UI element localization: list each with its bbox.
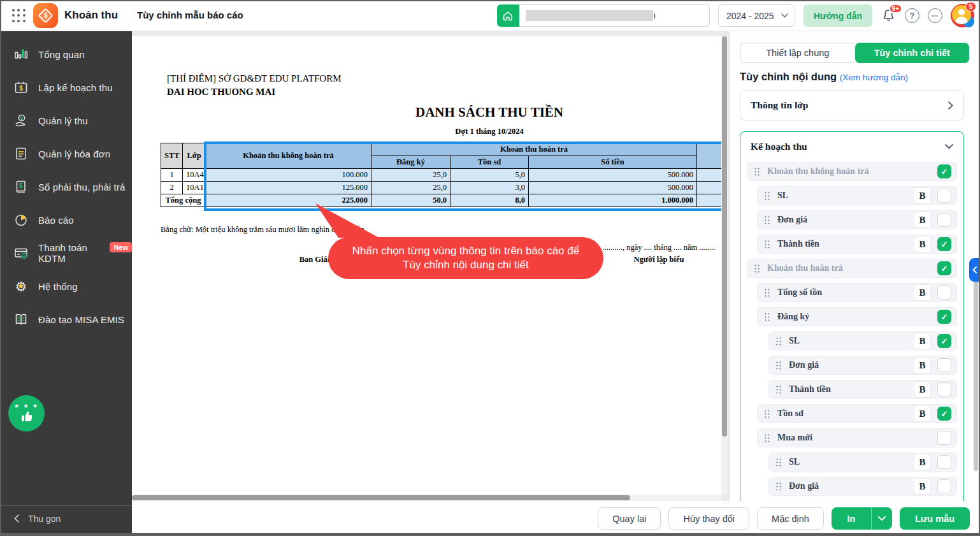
guide-button[interactable]: Hướng dẫn <box>803 4 872 27</box>
bold-toggle-button[interactable]: B <box>914 454 931 470</box>
section-ke-hoach-thu-header[interactable]: Kế hoạch thu <box>740 132 963 161</box>
sidebar-collapse-button[interactable]: Thu gọn <box>0 505 132 531</box>
print-split-button: In <box>832 507 892 530</box>
user-avatar[interactable]: 5 <box>951 4 974 27</box>
chevron-left-icon <box>14 514 19 523</box>
sidebar-item-bao-cao[interactable]: Báo cáo <box>0 203 132 236</box>
bold-toggle-button[interactable]: B <box>914 478 931 495</box>
back-button[interactable]: Quay lại <box>598 507 661 530</box>
panel-scrollbar-thumb[interactable] <box>974 280 978 471</box>
drag-handle-icon[interactable] <box>775 458 781 467</box>
vertical-scrollbar-thumb[interactable] <box>722 36 727 437</box>
horizontal-scrollbar-thumb[interactable] <box>132 495 630 500</box>
visibility-checkbox[interactable]: ✓ <box>937 407 951 421</box>
visibility-checkbox[interactable] <box>937 286 951 300</box>
visibility-checkbox[interactable]: ✓ <box>937 237 951 251</box>
drag-handle-icon[interactable] <box>764 433 770 442</box>
print-options-chevron[interactable] <box>871 507 892 530</box>
tab-tuy-chinh-chi-tiet[interactable]: Tùy chỉnh chi tiết <box>855 43 970 63</box>
field-row: SLB <box>768 453 957 472</box>
horizontal-scrollbar[interactable] <box>132 495 721 501</box>
ledger-icon: $ <box>13 179 29 194</box>
field-row: Đơn giáB <box>768 356 957 375</box>
discard-changes-button[interactable]: Hủy thay đổi <box>668 507 749 530</box>
drag-handle-icon[interactable] <box>775 385 781 394</box>
bold-toggle-button[interactable]: B <box>914 333 931 349</box>
school-year-select[interactable]: 2024 - 2025 <box>718 4 795 27</box>
section-ke-hoach-thu: Kế hoạch thu Khoản thu không hoàn trả✓SL… <box>740 131 964 501</box>
visibility-checkbox[interactable]: ✓ <box>937 261 951 275</box>
svg-text:$: $ <box>20 115 24 121</box>
sidebar-item-he-thong[interactable]: ⚙ Hệ thống <box>0 270 132 303</box>
search-input[interactable]: i <box>519 4 710 27</box>
drag-handle-icon[interactable] <box>764 240 770 249</box>
sidebar-item-quan-ly-hoa-don[interactable]: Quản lý hóa đơn <box>0 137 132 170</box>
field-label: Đơn giá <box>789 360 819 370</box>
drag-handle-icon[interactable] <box>754 264 760 273</box>
report-page: [THÍ ĐIỂM] SỞ GD&ĐT EDU PLATFORM DAI HOC… <box>132 36 721 495</box>
visibility-checkbox[interactable] <box>937 431 951 445</box>
tab-thiet-lap-chung[interactable]: Thiết lập chung <box>740 43 855 63</box>
vertical-scrollbar[interactable] <box>721 36 728 495</box>
bold-toggle-button[interactable]: B <box>914 405 931 422</box>
col-dang-ky: Đăng ký <box>371 156 450 169</box>
report-table-row: 110A4100.00025,05,0500.000600 <box>161 169 722 182</box>
save-template-button[interactable]: Lưu mẫu <box>900 507 970 530</box>
visibility-checkbox[interactable] <box>937 479 951 493</box>
drag-handle-icon[interactable] <box>764 191 770 200</box>
top-bar: $ Khoản thu Tùy chỉnh mẫu báo cáo i 2024… <box>0 0 980 31</box>
drag-handle-icon[interactable] <box>775 337 781 345</box>
panel-collapse-tab[interactable] <box>969 258 980 282</box>
bold-toggle-button[interactable]: B <box>914 187 931 204</box>
field-list: Khoản thu không hoàn trả✓SLBĐơn giáBThàn… <box>740 161 963 496</box>
visibility-checkbox[interactable] <box>937 455 951 469</box>
chevron-left-icon <box>972 266 977 273</box>
visibility-checkbox[interactable]: ✓ <box>937 310 951 324</box>
visibility-checkbox[interactable] <box>937 382 951 396</box>
sidebar-item-thanh-toan-kdtm[interactable]: Thanh toán KDTM New <box>0 236 132 270</box>
col-so-tien: Số tiền <box>529 156 697 169</box>
app-launcher-icon[interactable] <box>12 9 26 23</box>
help-icon[interactable]: ? <box>905 8 919 23</box>
drag-handle-icon[interactable] <box>764 409 770 418</box>
visibility-checkbox[interactable] <box>937 213 951 227</box>
drag-handle-icon[interactable] <box>754 167 760 176</box>
home-icon[interactable] <box>497 4 519 27</box>
drag-handle-icon[interactable] <box>764 312 770 321</box>
hint-callout: Nhấn chọn từng vùng thông tin trên báo c… <box>328 237 603 279</box>
section-thong-tin-lop[interactable]: Thông tin lớp <box>740 90 964 120</box>
report-preview-area: [THÍ ĐIỂM] SỞ GD&ĐT EDU PLATFORM DAI HOC… <box>132 31 729 501</box>
visibility-checkbox[interactable] <box>937 358 951 372</box>
bold-toggle-button[interactable]: B <box>914 212 931 228</box>
field-label: Tổng số tồn <box>777 287 822 298</box>
feedback-button[interactable]: ★ ★ ★ <box>8 395 45 431</box>
drag-handle-icon[interactable] <box>775 361 781 370</box>
report-table[interactable]: STT Lớp Khoản thu không hoàn trả Khoản t… <box>161 143 721 207</box>
signature-right: Người lập biểu <box>586 255 721 264</box>
khoan-thu-app-icon[interactable]: $ <box>33 3 58 28</box>
field-label: Đơn giá <box>777 215 807 225</box>
sidebar-item-dao-tao[interactable]: Đào tạo MISA EMIS <box>0 303 132 336</box>
sidebar-item-quan-ly-thu[interactable]: $ Quản lý thu <box>0 104 132 137</box>
visibility-checkbox[interactable] <box>937 189 951 203</box>
notification-count-badge: 9+ <box>889 4 902 13</box>
bold-toggle-button[interactable]: B <box>914 236 931 252</box>
view-guide-link[interactable]: (Xem hướng dẫn) <box>840 73 908 82</box>
notifications-bell-icon[interactable]: 9+ <box>881 8 897 24</box>
visibility-checkbox[interactable]: ✓ <box>937 164 951 178</box>
drag-handle-icon[interactable] <box>764 215 770 224</box>
sidebar-item-lap-ke-hoach-thu[interactable]: $ Lập kế hoạch thu <box>0 71 132 104</box>
sidebar-item-so-phai-thu[interactable]: $ Sổ phải thu, phải trả <box>0 170 132 203</box>
bold-toggle-button[interactable]: B <box>914 284 931 301</box>
drag-handle-icon[interactable] <box>775 482 781 491</box>
default-button[interactable]: Mặc định <box>757 507 824 530</box>
bold-toggle-button[interactable]: B <box>914 357 931 373</box>
visibility-checkbox[interactable]: ✓ <box>937 334 951 348</box>
bold-toggle-button[interactable]: B <box>914 381 931 398</box>
sidebar-item-tong-quan[interactable]: Tổng quan <box>0 38 132 71</box>
avatar-count-badge: 5 <box>965 2 976 11</box>
drag-handle-icon[interactable] <box>764 288 770 297</box>
report-title: DANH SÁCH THU TIỀN <box>132 105 721 120</box>
more-options-icon[interactable]: ••• <box>928 8 942 23</box>
print-button[interactable]: In <box>832 507 871 530</box>
